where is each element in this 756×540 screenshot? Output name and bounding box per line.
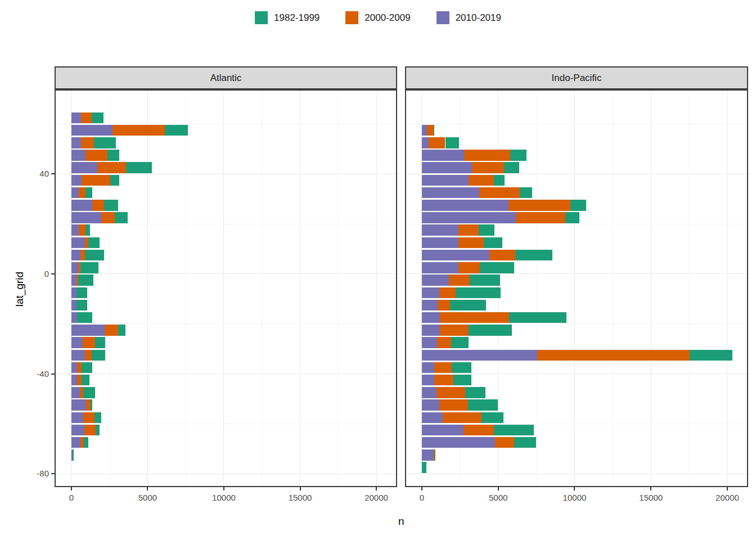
y-axis-tick — [51, 374, 55, 375]
bar-segment — [464, 150, 510, 161]
bar-segment — [97, 162, 127, 173]
x-major-gridline — [574, 91, 575, 486]
bar-segment — [458, 262, 480, 273]
bar-segment — [452, 362, 471, 374]
bar-segment — [495, 437, 514, 448]
y-minor-gridline — [56, 424, 396, 424]
facet-panel-atlantic — [55, 89, 397, 487]
bar-segment — [469, 325, 511, 336]
x-minor-gridline — [186, 91, 186, 486]
y-axis-tick — [51, 473, 55, 474]
bar-segment — [85, 350, 92, 361]
bar-segment — [83, 337, 95, 348]
bar-segment — [514, 437, 536, 448]
facet-strip-atlantic: Atlantic — [55, 66, 397, 89]
bar-segment — [422, 412, 443, 424]
bar-segment — [84, 425, 96, 436]
bar-segment — [565, 212, 579, 223]
x-axis-tick — [147, 487, 148, 490]
bar-segment — [86, 187, 92, 199]
y-axis-title: lat_grid — [14, 272, 26, 307]
y-major-gridline — [406, 374, 747, 374]
bar-segment — [71, 187, 79, 199]
bar-segment — [422, 250, 489, 261]
x-major-gridline — [651, 91, 651, 486]
x-tick-label: 5000 — [125, 493, 170, 502]
y-minor-gridline — [406, 224, 747, 224]
bar-segment — [107, 150, 120, 161]
x-axis-title: n — [398, 515, 404, 528]
bar-segment — [126, 162, 152, 173]
bar-segment — [422, 274, 449, 286]
bar-segment — [480, 262, 514, 273]
bar-segment — [422, 312, 440, 323]
bar-segment — [458, 224, 479, 236]
bar-segment — [437, 337, 451, 348]
bar-segment — [438, 300, 450, 311]
bar-segment — [71, 200, 92, 211]
bar-segment — [439, 399, 468, 411]
bar-segment — [422, 212, 516, 223]
x-axis-tick — [727, 487, 728, 490]
bar-segment — [429, 137, 446, 148]
bar-segment — [82, 175, 110, 186]
bar-segment — [465, 387, 486, 398]
bar-segment — [482, 412, 503, 424]
x-axis-tick — [300, 487, 301, 490]
y-minor-gridline — [406, 424, 747, 424]
legend-swatch-1982-1999 — [255, 11, 268, 24]
x-minor-gridline — [613, 91, 613, 486]
bar-segment — [83, 412, 94, 424]
bar-segment — [86, 399, 91, 411]
bar-segment — [78, 274, 93, 286]
bar-segment — [489, 250, 515, 261]
bar-segment — [450, 300, 486, 311]
y-minor-gridline — [56, 323, 396, 324]
bar-segment — [71, 162, 97, 173]
bar-segment — [76, 287, 87, 299]
bar-segment — [80, 250, 85, 261]
x-tick-label: 0 — [399, 493, 444, 502]
bar-segment — [71, 337, 83, 348]
x-tick-label: 5000 — [476, 493, 521, 502]
bar-segment — [422, 462, 426, 473]
bar-segment — [537, 350, 690, 361]
bar-segment — [516, 212, 565, 223]
bar-segment — [105, 325, 118, 336]
bar-segment — [112, 125, 165, 136]
bar-segment — [71, 325, 105, 336]
x-tick-label: 15000 — [278, 493, 323, 502]
bar-segment — [435, 449, 435, 461]
bar-segment — [110, 175, 119, 186]
bar-segment — [422, 175, 469, 186]
y-minor-gridline — [406, 124, 747, 124]
bar-segment — [88, 237, 100, 249]
bar-segment — [422, 337, 437, 348]
bar-segment — [80, 437, 84, 448]
bar-segment — [422, 300, 438, 311]
bar-segment — [71, 362, 78, 374]
bar-segment — [71, 137, 81, 148]
legend-item-2000-2009: 2000-2009 — [345, 11, 410, 24]
bar-segment — [71, 274, 76, 286]
x-axis-tick — [421, 487, 422, 490]
bar-segment — [422, 325, 440, 336]
y-major-gridline — [56, 474, 396, 474]
bar-segment — [79, 187, 85, 199]
y-major-gridline — [56, 374, 396, 374]
bar-segment — [422, 387, 436, 398]
x-tick-label: 20000 — [705, 493, 750, 502]
facet-strip-indo-pacific: Indo-Pacific — [405, 66, 748, 89]
y-tick-label: -80 — [21, 469, 49, 478]
x-axis-tick — [376, 487, 377, 490]
x-major-gridline — [300, 91, 300, 486]
bar-segment — [422, 137, 429, 148]
x-axis-tick — [71, 487, 72, 490]
bar-segment — [96, 425, 100, 436]
x-minor-gridline — [536, 91, 537, 486]
x-major-gridline — [727, 91, 727, 486]
bar-segment — [464, 425, 493, 436]
bar-segment — [449, 274, 470, 286]
facet-strip-label: Atlantic — [210, 73, 242, 84]
bar-segment — [451, 337, 469, 348]
